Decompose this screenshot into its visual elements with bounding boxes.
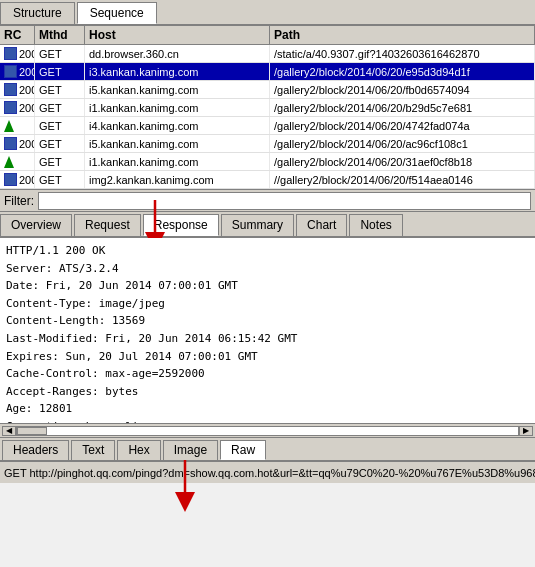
rc-value: 200: [19, 66, 35, 78]
scroll-left-btn[interactable]: ◀: [2, 426, 16, 436]
cell-host: i1.kankan.kanimg.com: [85, 153, 270, 170]
cell-rc: 200: [0, 135, 35, 152]
app-container: Structure Sequence RC Mthd Host Path 200…: [0, 0, 535, 567]
row-icon-image: [4, 65, 17, 78]
response-line: Connection: keep-alive: [6, 418, 529, 423]
tab-overview[interactable]: Overview: [0, 214, 72, 236]
cell-path: /gallery2/block/2014/06/20/b29d5c7e681: [270, 99, 535, 116]
cell-path: /gallery2/block/2014/06/20/fb0d6574094: [270, 81, 535, 98]
response-line: Age: 12801: [6, 400, 529, 418]
cell-method: GET: [35, 117, 85, 134]
row-icon-arrow: [4, 120, 14, 132]
col-header-host: Host: [85, 26, 270, 44]
tab-raw[interactable]: Raw: [220, 440, 266, 460]
col-header-rc: RC: [0, 26, 35, 44]
tab-structure[interactable]: Structure: [0, 2, 75, 24]
cell-method: GET: [35, 171, 85, 188]
filter-label: Filter:: [4, 194, 34, 208]
horizontal-scrollbar[interactable]: ◀ ▶: [0, 423, 535, 437]
table-row[interactable]: 200GETimg2.kankan.kanimg.com//gallery2/b…: [0, 171, 535, 189]
response-content[interactable]: HTTP/1.1 200 OKServer: ATS/3.2.4Date: Fr…: [0, 238, 535, 423]
top-tab-bar: Structure Sequence: [0, 0, 535, 26]
cell-rc: 200: [0, 45, 35, 62]
cell-method: GET: [35, 45, 85, 62]
cell-path: /gallery2/block/2014/06/20/31aef0cf8b18: [270, 153, 535, 170]
cell-rc: 200: [0, 63, 35, 80]
cell-host: i1.kankan.kanimg.com: [85, 99, 270, 116]
rc-value: 200: [19, 138, 35, 150]
cell-path: /gallery2/block/2014/06/20/4742fad074a: [270, 117, 535, 134]
table-row[interactable]: 200GETi5.kankan.kanimg.com/gallery2/bloc…: [0, 81, 535, 99]
row-icon-arrow: [4, 156, 14, 168]
tab-request[interactable]: Request: [74, 214, 141, 236]
response-line: HTTP/1.1 200 OK: [6, 242, 529, 260]
row-icon-image: [4, 83, 17, 96]
table-row[interactable]: 200GETi3.kankan.kanimg.com/gallery2/bloc…: [0, 63, 535, 81]
cell-rc: 200: [0, 99, 35, 116]
cell-rc: 200: [0, 81, 35, 98]
filter-bar: Filter:: [0, 190, 535, 212]
cell-path: /gallery2/block/2014/06/20/e95d3d94d1f: [270, 63, 535, 80]
table-row[interactable]: 200GETi5.kankan.kanimg.com/gallery2/bloc…: [0, 135, 535, 153]
row-icon-image: [4, 47, 17, 60]
cell-host: dd.browser.360.cn: [85, 45, 270, 62]
response-line: Content-Length: 13569: [6, 312, 529, 330]
response-line: Date: Fri, 20 Jun 2014 07:00:01 GMT: [6, 277, 529, 295]
response-line: Content-Type: image/jpeg: [6, 295, 529, 313]
scroll-right-btn[interactable]: ▶: [519, 426, 533, 436]
tab-notes[interactable]: Notes: [349, 214, 402, 236]
tab-response[interactable]: Response: [143, 214, 219, 236]
tab-sequence[interactable]: Sequence: [77, 2, 157, 24]
cell-rc: 200: [0, 171, 35, 188]
status-bar: GET http://pinghot.qq.com/pingd?dm=show.…: [0, 461, 535, 483]
rc-value: 200: [19, 84, 35, 96]
response-line: Accept-Ranges: bytes: [6, 383, 529, 401]
response-line: Cache-Control: max-age=2592000: [6, 365, 529, 383]
response-line: Server: ATS/3.2.4: [6, 260, 529, 278]
col-header-method: Mthd: [35, 26, 85, 44]
tab-hex[interactable]: Hex: [117, 440, 160, 460]
table-row[interactable]: GETi4.kankan.kanimg.com/gallery2/block/2…: [0, 117, 535, 135]
table-row[interactable]: GETi1.kankan.kanimg.com/gallery2/block/2…: [0, 153, 535, 171]
scroll-track[interactable]: [16, 426, 519, 436]
status-text: GET http://pinghot.qq.com/pingd?dm=show.…: [4, 467, 535, 479]
cell-host: img2.kankan.kanimg.com: [85, 171, 270, 188]
response-line: Last-Modified: Fri, 20 Jun 2014 06:15:42…: [6, 330, 529, 348]
table-row[interactable]: 200GETdd.browser.360.cn/static/a/40.9307…: [0, 45, 535, 63]
cell-method: GET: [35, 135, 85, 152]
cell-method: GET: [35, 153, 85, 170]
tab-chart[interactable]: Chart: [296, 214, 347, 236]
rc-value: 200: [19, 48, 35, 60]
tab-text[interactable]: Text: [71, 440, 115, 460]
table-body: 200GETdd.browser.360.cn/static/a/40.9307…: [0, 45, 535, 189]
cell-method: GET: [35, 81, 85, 98]
cell-method: GET: [35, 63, 85, 80]
row-icon-image: [4, 173, 17, 186]
cell-path: //gallery2/block/2014/06/20/f514aea0146: [270, 171, 535, 188]
cell-rc: [0, 117, 35, 134]
request-table: RC Mthd Host Path 200GETdd.browser.360.c…: [0, 26, 535, 190]
bottom-tab-bar: Headers Text Hex Image Raw: [0, 437, 535, 461]
filter-input[interactable]: [38, 192, 531, 210]
row-icon-image: [4, 101, 17, 114]
table-row[interactable]: 200GETi1.kankan.kanimg.com/gallery2/bloc…: [0, 99, 535, 117]
tab-headers[interactable]: Headers: [2, 440, 69, 460]
cell-host: i4.kankan.kanimg.com: [85, 117, 270, 134]
cell-host: i3.kankan.kanimg.com: [85, 63, 270, 80]
cell-rc: [0, 153, 35, 170]
table-header-row: RC Mthd Host Path: [0, 26, 535, 45]
cell-host: i5.kankan.kanimg.com: [85, 135, 270, 152]
rc-value: 200: [19, 174, 35, 186]
cell-host: i5.kankan.kanimg.com: [85, 81, 270, 98]
rc-value: 200: [19, 102, 35, 114]
tab-summary[interactable]: Summary: [221, 214, 294, 236]
tab-image[interactable]: Image: [163, 440, 218, 460]
response-line: Expires: Sun, 20 Jul 2014 07:00:01 GMT: [6, 348, 529, 366]
scroll-thumb[interactable]: [17, 427, 47, 435]
cell-path: /static/a/40.9307.gif?14032603616462870: [270, 45, 535, 62]
col-header-path: Path: [270, 26, 535, 44]
cell-path: /gallery2/block/2014/06/20/ac96cf108c1: [270, 135, 535, 152]
cell-method: GET: [35, 99, 85, 116]
row-icon-image: [4, 137, 17, 150]
mid-tab-bar: Overview Request Response Summary Chart …: [0, 212, 535, 238]
